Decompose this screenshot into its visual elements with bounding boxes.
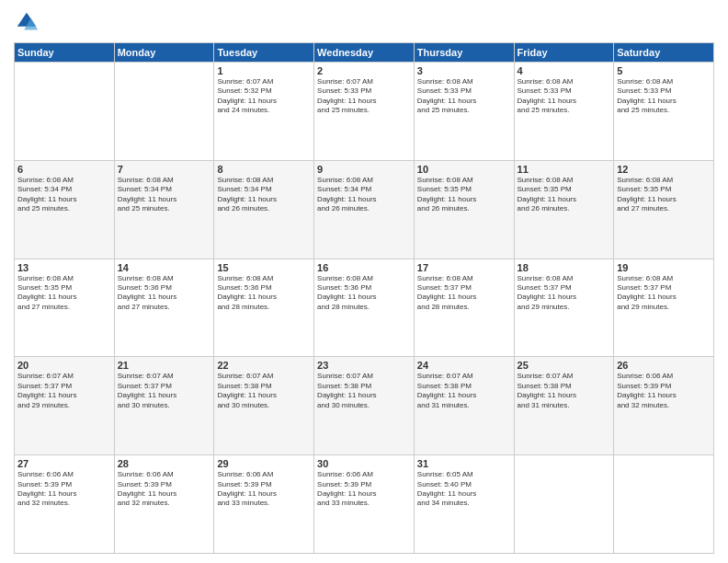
calendar-cell: 26Sunrise: 6:06 AM Sunset: 5:39 PM Dayli… [614, 357, 714, 455]
day-info: Sunrise: 6:07 AM Sunset: 5:37 PM Dayligh… [118, 372, 211, 410]
day-info: Sunrise: 6:08 AM Sunset: 5:33 PM Dayligh… [518, 77, 611, 116]
calendar-week-1: 1Sunrise: 6:07 AM Sunset: 5:32 PM Daylig… [15, 63, 714, 161]
weekday-header-wednesday: Wednesday [314, 43, 415, 63]
day-number: 8 [217, 164, 311, 175]
calendar-cell: 27Sunrise: 6:06 AM Sunset: 5:39 PM Dayli… [15, 455, 115, 554]
day-info: Sunrise: 6:06 AM Sunset: 5:39 PM Dayligh… [617, 372, 711, 410]
day-number: 31 [417, 458, 511, 469]
day-info: Sunrise: 6:08 AM Sunset: 5:35 PM Dayligh… [617, 176, 711, 214]
calendar-cell: 14Sunrise: 6:08 AM Sunset: 5:36 PM Dayli… [114, 259, 214, 357]
page: SundayMondayTuesdayWednesdayThursdayFrid… [0, 0, 728, 563]
calendar-cell: 20Sunrise: 6:07 AM Sunset: 5:37 PM Dayli… [15, 357, 115, 455]
day-info: Sunrise: 6:08 AM Sunset: 5:34 PM Dayligh… [118, 176, 211, 214]
calendar-week-2: 6Sunrise: 6:08 AM Sunset: 5:34 PM Daylig… [15, 160, 714, 259]
day-number: 16 [317, 262, 411, 273]
calendar-cell: 25Sunrise: 6:07 AM Sunset: 5:38 PM Dayli… [514, 357, 614, 455]
day-number: 25 [518, 360, 611, 371]
day-info: Sunrise: 6:08 AM Sunset: 5:33 PM Dayligh… [617, 77, 711, 116]
calendar-cell [15, 63, 115, 161]
calendar-cell: 28Sunrise: 6:06 AM Sunset: 5:39 PM Dayli… [114, 455, 214, 554]
calendar-cell: 29Sunrise: 6:06 AM Sunset: 5:39 PM Dayli… [214, 455, 314, 554]
day-number: 5 [617, 65, 711, 76]
day-info: Sunrise: 6:07 AM Sunset: 5:33 PM Dayligh… [317, 77, 411, 116]
day-info: Sunrise: 6:07 AM Sunset: 5:38 PM Dayligh… [417, 372, 511, 410]
calendar-cell: 11Sunrise: 6:08 AM Sunset: 5:35 PM Dayli… [514, 160, 614, 259]
weekday-header-saturday: Saturday [614, 43, 714, 63]
weekday-header-friday: Friday [514, 43, 614, 63]
calendar-table: SundayMondayTuesdayWednesdayThursdayFrid… [14, 42, 714, 554]
calendar-cell: 7Sunrise: 6:08 AM Sunset: 5:34 PM Daylig… [114, 160, 214, 259]
day-number: 18 [518, 262, 611, 273]
calendar-cell: 15Sunrise: 6:08 AM Sunset: 5:36 PM Dayli… [214, 259, 314, 357]
calendar-week-5: 27Sunrise: 6:06 AM Sunset: 5:39 PM Dayli… [15, 455, 714, 554]
calendar-header-row: SundayMondayTuesdayWednesdayThursdayFrid… [15, 43, 714, 63]
day-info: Sunrise: 6:08 AM Sunset: 5:34 PM Dayligh… [217, 176, 311, 214]
day-info: Sunrise: 6:08 AM Sunset: 5:35 PM Dayligh… [17, 274, 111, 313]
day-number: 12 [617, 164, 711, 175]
day-number: 10 [417, 164, 511, 175]
calendar-cell: 12Sunrise: 6:08 AM Sunset: 5:35 PM Dayli… [614, 160, 714, 259]
day-number: 26 [617, 360, 711, 371]
day-number: 2 [317, 65, 411, 76]
logo-icon [14, 9, 40, 35]
day-info: Sunrise: 6:08 AM Sunset: 5:33 PM Dayligh… [417, 77, 511, 116]
day-info: Sunrise: 6:08 AM Sunset: 5:35 PM Dayligh… [518, 176, 611, 214]
day-info: Sunrise: 6:08 AM Sunset: 5:36 PM Dayligh… [317, 274, 411, 313]
day-number: 17 [417, 262, 511, 273]
calendar-cell: 22Sunrise: 6:07 AM Sunset: 5:38 PM Dayli… [214, 357, 314, 455]
calendar-cell: 23Sunrise: 6:07 AM Sunset: 5:38 PM Dayli… [314, 357, 415, 455]
calendar-cell: 6Sunrise: 6:08 AM Sunset: 5:34 PM Daylig… [15, 160, 115, 259]
weekday-header-sunday: Sunday [15, 43, 115, 63]
calendar-cell: 1Sunrise: 6:07 AM Sunset: 5:32 PM Daylig… [214, 63, 314, 161]
calendar-cell [114, 63, 214, 161]
calendar-cell: 8Sunrise: 6:08 AM Sunset: 5:34 PM Daylig… [214, 160, 314, 259]
day-info: Sunrise: 6:08 AM Sunset: 5:37 PM Dayligh… [417, 274, 511, 313]
day-info: Sunrise: 6:06 AM Sunset: 5:39 PM Dayligh… [317, 470, 411, 509]
day-number: 19 [617, 262, 711, 273]
day-number: 14 [118, 262, 211, 273]
day-info: Sunrise: 6:08 AM Sunset: 5:37 PM Dayligh… [617, 274, 711, 313]
weekday-header-monday: Monday [114, 43, 214, 63]
day-info: Sunrise: 6:07 AM Sunset: 5:38 PM Dayligh… [317, 372, 411, 410]
day-info: Sunrise: 6:06 AM Sunset: 5:39 PM Dayligh… [17, 470, 111, 509]
calendar-week-4: 20Sunrise: 6:07 AM Sunset: 5:37 PM Dayli… [15, 357, 714, 455]
day-number: 4 [518, 65, 611, 76]
day-info: Sunrise: 6:08 AM Sunset: 5:34 PM Dayligh… [17, 176, 111, 214]
calendar-cell [514, 455, 614, 554]
day-info: Sunrise: 6:07 AM Sunset: 5:38 PM Dayligh… [217, 372, 311, 410]
day-info: Sunrise: 6:07 AM Sunset: 5:32 PM Dayligh… [217, 77, 311, 116]
day-info: Sunrise: 6:06 AM Sunset: 5:39 PM Dayligh… [118, 470, 211, 509]
calendar-cell: 18Sunrise: 6:08 AM Sunset: 5:37 PM Dayli… [514, 259, 614, 357]
logo [14, 9, 43, 35]
day-info: Sunrise: 6:08 AM Sunset: 5:34 PM Dayligh… [317, 176, 411, 214]
day-info: Sunrise: 6:07 AM Sunset: 5:38 PM Dayligh… [518, 372, 611, 410]
calendar-cell: 2Sunrise: 6:07 AM Sunset: 5:33 PM Daylig… [314, 63, 415, 161]
day-number: 13 [17, 262, 111, 273]
calendar-cell: 19Sunrise: 6:08 AM Sunset: 5:37 PM Dayli… [614, 259, 714, 357]
calendar-cell: 5Sunrise: 6:08 AM Sunset: 5:33 PM Daylig… [614, 63, 714, 161]
day-number: 11 [518, 164, 611, 175]
day-info: Sunrise: 6:08 AM Sunset: 5:36 PM Dayligh… [217, 274, 311, 313]
calendar-cell [614, 455, 714, 554]
day-number: 9 [317, 164, 411, 175]
day-number: 6 [17, 164, 111, 175]
day-number: 20 [17, 360, 111, 371]
calendar-cell: 10Sunrise: 6:08 AM Sunset: 5:35 PM Dayli… [414, 160, 514, 259]
day-info: Sunrise: 6:05 AM Sunset: 5:40 PM Dayligh… [417, 470, 511, 509]
calendar-cell: 17Sunrise: 6:08 AM Sunset: 5:37 PM Dayli… [414, 259, 514, 357]
day-number: 7 [118, 164, 211, 175]
day-number: 15 [217, 262, 311, 273]
calendar-week-3: 13Sunrise: 6:08 AM Sunset: 5:35 PM Dayli… [15, 259, 714, 357]
day-info: Sunrise: 6:06 AM Sunset: 5:39 PM Dayligh… [217, 470, 311, 509]
day-number: 3 [417, 65, 511, 76]
day-number: 24 [417, 360, 511, 371]
day-number: 30 [317, 458, 411, 469]
weekday-header-thursday: Thursday [414, 43, 514, 63]
day-number: 1 [217, 65, 311, 76]
day-number: 23 [317, 360, 411, 371]
calendar-cell: 31Sunrise: 6:05 AM Sunset: 5:40 PM Dayli… [414, 455, 514, 554]
day-number: 21 [118, 360, 211, 371]
weekday-header-tuesday: Tuesday [214, 43, 314, 63]
calendar-cell: 30Sunrise: 6:06 AM Sunset: 5:39 PM Dayli… [314, 455, 415, 554]
day-number: 29 [217, 458, 311, 469]
